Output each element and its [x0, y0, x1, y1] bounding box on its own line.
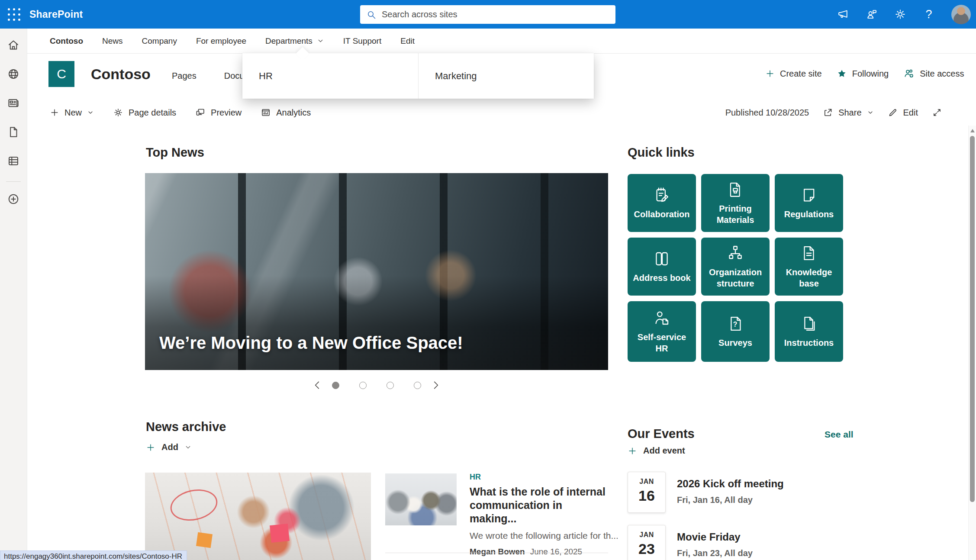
announcements-megaphone-icon[interactable] — [837, 8, 849, 20]
article-category-tag[interactable]: HR — [470, 473, 608, 482]
site-access-button[interactable]: Site access — [903, 68, 964, 79]
bar-chart-icon — [261, 107, 271, 118]
page-details-button[interactable]: Page details — [113, 107, 176, 118]
news-icon[interactable] — [4, 93, 23, 113]
home-icon[interactable] — [4, 35, 23, 55]
quick-links-grid: CollaborationPrinting MaterialsRegulatio… — [628, 174, 843, 362]
star-icon — [837, 68, 847, 79]
nav-item-it-support[interactable]: IT Support — [343, 36, 381, 46]
top-news-hero-image[interactable]: We’re Moving to a New Office Space! — [145, 173, 608, 370]
quick-link-tile-address-book[interactable]: Address book — [628, 238, 696, 296]
site-logo[interactable]: C — [48, 61, 74, 87]
carousel-dot-2[interactable] — [359, 382, 367, 389]
hero-caption[interactable]: We’re Moving to a New Office Space! — [159, 333, 463, 353]
dropdown-item-marketing[interactable]: Marketing — [418, 53, 594, 99]
chevron-down-icon — [184, 444, 192, 451]
nav-item-for-employee[interactable]: For employee — [196, 36, 246, 46]
new-button[interactable]: New — [50, 108, 94, 118]
event-when: Fri, Jan 16, All day — [677, 495, 784, 505]
carousel-next-icon[interactable] — [430, 380, 441, 391]
app-launcher-waffle-icon[interactable] — [0, 0, 28, 29]
scrollbar-up-arrow[interactable] — [970, 129, 975, 132]
org-chart-icon — [726, 244, 744, 262]
nav-item-edit[interactable]: Edit — [400, 36, 415, 46]
plus-icon — [50, 108, 59, 117]
carousel-dot-1[interactable] — [332, 382, 339, 389]
add-event-button[interactable]: Add event — [628, 446, 685, 456]
scrollbar-thumb[interactable] — [970, 136, 975, 502]
quick-links-heading: Quick links — [628, 145, 695, 160]
document-stack-icon — [800, 315, 818, 333]
help-icon[interactable]: ? — [923, 8, 935, 20]
settings-gear-icon[interactable] — [894, 8, 906, 20]
published-status: Published 10/28/2025 — [725, 108, 809, 118]
quick-link-label: Address book — [633, 272, 690, 283]
event-day: 16 — [638, 487, 655, 504]
rail-divider — [6, 181, 21, 182]
list-icon[interactable] — [4, 151, 23, 171]
pencil-icon — [888, 107, 898, 118]
nav-item-departments[interactable]: Departments — [265, 36, 324, 46]
carousel-dot-3[interactable] — [387, 382, 394, 389]
event-date-box: JAN23 — [628, 525, 666, 560]
suite-icon-group: ? — [837, 0, 971, 29]
carousel-dots — [332, 382, 421, 389]
search-input[interactable] — [382, 10, 609, 19]
quick-link-tile-surveys[interactable]: ?Surveys — [701, 301, 770, 362]
news-article-thumbnail[interactable] — [385, 473, 457, 525]
quick-link-tile-collaboration[interactable]: Collaboration — [628, 174, 696, 232]
link-status-url: https://engagy360int.sharepoint.com/site… — [0, 550, 187, 560]
article-author[interactable]: Megan Bowen — [470, 547, 525, 557]
event-item-2[interactable]: JAN23Movie FridayFri, Jan 23, All day — [628, 525, 753, 560]
article-byline: Megan Bowen June 16, 2025 — [470, 547, 608, 557]
nav-item-contoso[interactable]: Contoso — [50, 36, 83, 46]
nav-item-news[interactable]: News — [102, 36, 123, 46]
news-article-image-large[interactable] — [145, 473, 371, 560]
chevron-down-icon — [87, 109, 94, 116]
event-title[interactable]: Movie Friday — [677, 531, 753, 543]
left-app-rail — [0, 29, 27, 560]
share-button[interactable]: Share — [823, 107, 873, 118]
analytics-button[interactable]: Analytics — [261, 107, 311, 118]
account-avatar[interactable] — [951, 5, 971, 24]
carousel-dot-4[interactable] — [414, 382, 421, 389]
document-question-icon: ? — [726, 315, 744, 333]
document-icon[interactable] — [4, 122, 23, 142]
preview-button[interactable]: Preview — [195, 107, 242, 118]
quick-link-label: Knowledge base — [778, 267, 840, 289]
quick-link-label: Surveys — [718, 337, 752, 348]
quick-link-tile-instructions[interactable]: Instructions — [775, 301, 843, 362]
event-item-1[interactable]: JAN162026 Kick off meetingFri, Jan 16, A… — [628, 472, 784, 513]
search-box — [360, 5, 615, 24]
nav-item-company[interactable]: Company — [142, 36, 177, 46]
quick-link-tile-knowledge-base[interactable]: Knowledge base — [775, 238, 843, 296]
sharepoint-home-page: SharePoint ? — [0, 0, 976, 560]
quick-link-label: Organization structure — [705, 267, 766, 289]
edit-button[interactable]: Edit — [888, 107, 918, 118]
hero-carousel-controls — [312, 377, 441, 393]
quick-link-tile-regulations[interactable]: Regulations — [775, 174, 843, 232]
tab-pages[interactable]: Pages — [172, 71, 196, 81]
create-site-button[interactable]: Create site — [765, 69, 822, 79]
site-title[interactable]: Contoso — [91, 66, 151, 83]
add-news-button[interactable]: Add — [146, 442, 192, 452]
article-description: We wrote the following article for th... — [470, 531, 608, 541]
expand-button[interactable] — [932, 107, 942, 118]
event-month: JAN — [639, 478, 654, 486]
feedback-person-icon[interactable] — [866, 8, 878, 20]
article-title[interactable]: What is the role of internal communicati… — [470, 485, 608, 525]
quick-link-tile-self-service-hr[interactable]: Self-service HR — [628, 301, 696, 362]
event-title[interactable]: 2026 Kick off meeting — [677, 478, 784, 490]
toolbar-right: Published 10/28/2025 Share Edit — [725, 99, 942, 126]
following-button[interactable]: Following — [837, 68, 889, 79]
sharepoint-logo-text[interactable]: SharePoint — [29, 9, 83, 20]
see-all-link[interactable]: See all — [825, 429, 854, 440]
quick-link-tile-organization-structure[interactable]: Organization structure — [701, 238, 770, 296]
quick-link-label: Regulations — [784, 209, 834, 220]
document-lines-icon — [800, 244, 818, 262]
dropdown-item-hr[interactable]: HR — [242, 53, 418, 99]
add-circle-icon[interactable] — [4, 190, 23, 209]
carousel-previous-icon[interactable] — [312, 380, 323, 391]
quick-link-tile-printing-materials[interactable]: Printing Materials — [701, 174, 770, 232]
globe-icon[interactable] — [4, 64, 23, 84]
